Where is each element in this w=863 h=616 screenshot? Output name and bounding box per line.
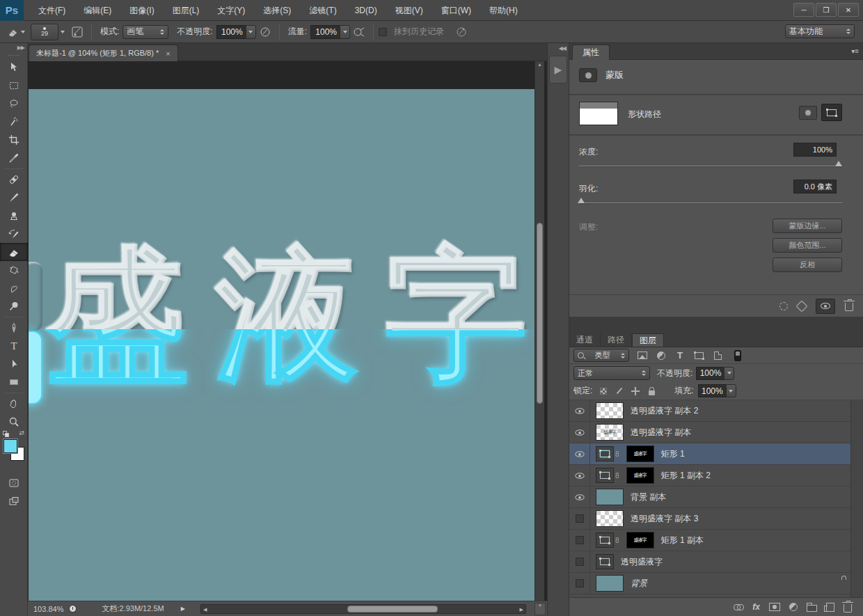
layer-row[interactable]: 背景 副本 [569,487,850,508]
menu-layer[interactable]: 图层(L) [164,0,209,21]
filter-shape-layers-button[interactable] [693,351,704,361]
shape-thumbnail[interactable] [596,468,614,483]
brush-panel-toggle[interactable] [70,25,84,39]
default-colors-icon[interactable] [3,431,10,438]
horizontal-scrollbar[interactable]: ◀ ▶ [200,604,526,614]
visibility-toggle[interactable] [569,443,590,465]
shape-thumbnail[interactable] [596,446,614,461]
visibility-toggle[interactable] [569,400,590,422]
visibility-toggle[interactable] [569,508,590,530]
density-slider[interactable] [579,166,842,167]
add-mask-button[interactable] [769,603,780,611]
magic-wand-tool[interactable] [0,113,28,131]
vertical-scroll-thumb[interactable] [537,223,543,404]
filter-smart-objects-button[interactable] [712,351,723,361]
scroll-right-icon[interactable]: ▶ [520,607,523,613]
airbrush-toggle[interactable] [352,25,366,39]
lock-all-button[interactable] [647,386,656,396]
layer-name[interactable]: 矩形 1 副本 [661,535,704,546]
rectangle-tool[interactable] [0,373,28,391]
minimize-button[interactable]: ─ [793,3,814,17]
filter-on-off-switch[interactable] [734,350,741,361]
menu-image[interactable]: 图像(I) [120,0,163,21]
status-popup-button[interactable]: ▶ [181,606,185,612]
document-tab[interactable]: 未标题-1 @ 104% (矩形 1, RGB/8) * × [29,45,178,61]
blend-mode-dropdown[interactable]: 正常 [573,366,650,380]
menu-edit[interactable]: 编辑(E) [74,0,120,21]
canvas[interactable]: 盛液字 盛液字 [29,89,535,601]
maximize-button[interactable]: ❐ [816,3,837,17]
vertical-scrollbar[interactable]: ▲ [535,61,544,601]
feather-value[interactable]: 0.0 像素 [793,180,837,194]
eyedropper-tool[interactable] [0,149,28,167]
menu-file[interactable]: 文件(F) [29,0,74,21]
tab-paths[interactable]: 路径 [601,333,632,347]
layer-thumbnail[interactable] [596,489,624,505]
menu-help[interactable]: 帮助(H) [480,0,527,21]
visibility-toggle[interactable] [569,551,590,573]
menu-3d[interactable]: 3D(D) [346,0,386,21]
mask-edge-button[interactable]: 蒙版边缘... [773,219,842,233]
layer-opacity-caret[interactable] [724,367,734,380]
layer-style-button[interactable]: fx [752,602,760,612]
rectangular-marquee-tool[interactable] [0,77,28,95]
opacity-field[interactable]: 100% [216,25,246,39]
flow-field[interactable]: 100% [310,25,340,39]
layer-name[interactable]: 背景 [631,578,647,590]
paint-bucket-tool[interactable] [0,261,28,279]
collapsed-panel-button[interactable]: ▶ [549,56,567,84]
mode-dropdown[interactable]: 画笔 [122,25,168,39]
flow-caret-button[interactable] [340,25,350,39]
mask-visibility-toggle[interactable] [816,299,835,314]
new-group-button[interactable] [807,605,817,612]
invert-button[interactable]: 反相 [773,258,842,272]
menu-type[interactable]: 文字(Y) [208,0,254,21]
layer-thumbnail[interactable] [596,402,624,419]
scroll-left-icon[interactable]: ◀ [203,607,207,613]
filter-type-dropdown[interactable]: 类型 [573,349,629,362]
brush-size-picker[interactable]: 29 [31,24,58,40]
close-button[interactable]: ✕ [838,3,859,17]
layer-row[interactable]: 盛液字 透明盛液字 副本 [569,422,850,443]
screen-mode-button[interactable] [0,492,28,510]
add-vector-mask-button[interactable] [821,104,842,121]
lock-transparency-button[interactable] [599,386,608,396]
color-range-button[interactable]: 颜色范围... [773,238,842,253]
tab-close-icon[interactable]: × [166,49,170,58]
clone-stamp-tool[interactable] [0,207,28,225]
brush-tool[interactable] [0,189,28,207]
lock-position-button[interactable] [631,386,640,396]
eraser-tool[interactable] [0,243,28,261]
layer-row[interactable]: 透明盛液字 [569,551,850,573]
scroll-down-icon[interactable]: ▼ [535,603,545,608]
add-pixel-mask-button[interactable] [799,106,817,120]
layer-row[interactable]: 透明盛液字 副本 2 [569,400,850,422]
horizontal-scroll-thumb[interactable] [347,606,438,613]
move-tool[interactable] [0,58,28,77]
layer-name[interactable]: 透明盛液字 副本 [631,427,691,439]
visibility-toggle[interactable] [569,487,590,508]
menu-select[interactable]: 选择(S) [254,0,300,21]
mask-link-icon[interactable]: 8 [615,472,619,480]
canvas-viewport[interactable]: 盛液字 盛液字 ▲ [28,61,547,601]
mask-thumbnail[interactable]: 盛液字 [626,445,654,462]
layer-thumbnail[interactable] [596,510,624,527]
visibility-toggle[interactable] [569,530,590,551]
filter-adjustment-layers-button[interactable] [656,351,667,361]
brush-pressure-toggle[interactable] [454,25,468,39]
mask-link-icon[interactable]: 8 [615,537,619,544]
mask-thumbnail[interactable]: 盛液字 [626,532,654,548]
type-tool[interactable]: T [0,337,28,355]
mask-thumbnail[interactable] [579,102,618,125]
history-brush-tool[interactable] [0,225,28,243]
tab-layers[interactable]: 图层 [632,333,664,347]
layer-thumbnail[interactable] [596,575,624,592]
density-slider-thumb[interactable] [835,161,842,166]
layer-row[interactable]: 8 盛液字 矩形 1 副本 [569,530,850,551]
lock-pixels-button[interactable] [615,386,624,396]
shape-thumbnail[interactable] [596,532,614,548]
brush-size-caret-icon[interactable] [61,31,65,33]
apply-mask-icon[interactable] [796,300,808,312]
zoom-tool[interactable] [0,413,28,431]
path-selection-tool[interactable] [0,355,28,373]
